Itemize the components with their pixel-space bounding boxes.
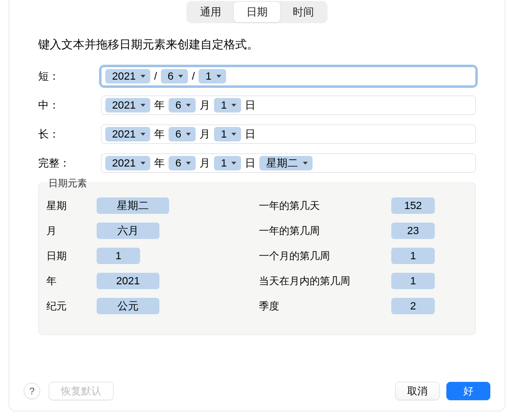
token-month[interactable]: 6	[169, 127, 196, 141]
tab-general[interactable]: 通用	[187, 2, 234, 22]
chip-quarter[interactable]: 2	[391, 298, 435, 314]
date-elements-title: 日期元素	[48, 177, 87, 190]
field-long[interactable]: 2021 年 6 月 1 日	[101, 125, 476, 144]
chevron-down-icon	[186, 104, 191, 107]
chip-date[interactable]: 1	[97, 248, 140, 264]
tab-bar: 通用 日期 时间	[24, 1, 490, 23]
token-year-text: 2021	[112, 70, 136, 83]
suffix-month: 月	[199, 98, 211, 112]
suffix-year: 年	[153, 98, 166, 112]
token-weekday[interactable]: 星期二	[259, 156, 313, 170]
row-medium: 中： 2021 年 6 月 1 日	[38, 96, 476, 115]
elem-label-month: 月	[44, 224, 93, 238]
chevron-down-icon	[231, 104, 236, 107]
token-month-text: 6	[168, 70, 173, 83]
row-long: 长： 2021 年 6 月 1 日	[38, 125, 476, 144]
chip-dow-in-month[interactable]: 1	[391, 273, 435, 289]
field-full[interactable]: 2021 年 6 月 1 日 星期二	[101, 154, 476, 173]
label-short: 短：	[38, 69, 101, 84]
label-medium: 中：	[38, 98, 101, 112]
suffix-month: 月	[199, 127, 211, 141]
token-day-text: 1	[205, 70, 211, 83]
token-year-text: 2021	[112, 128, 136, 140]
field-medium[interactable]: 2021 年 6 月 1 日	[101, 96, 476, 115]
token-day-text: 1	[221, 99, 227, 112]
row-short: 短： 2021 / 6 / 1	[38, 67, 476, 86]
elem-label-era: 纪元	[44, 299, 93, 313]
elements-col-left: 星期 星期二 月 六月 日期 1 年 2021 纪元 公元	[44, 192, 257, 323]
tab-segment: 通用 日期 时间	[186, 1, 328, 23]
token-year[interactable]: 2021	[105, 127, 150, 141]
chevron-down-icon	[231, 133, 236, 136]
chevron-down-icon	[231, 162, 236, 165]
chevron-down-icon	[141, 75, 145, 78]
chevron-down-icon	[141, 133, 145, 136]
chevron-down-icon	[178, 75, 183, 78]
elem-label-dow-in-month: 当天在月内的第几周	[257, 274, 387, 288]
token-month-text: 6	[175, 157, 181, 169]
ok-button[interactable]: 好	[446, 382, 490, 400]
token-month-text: 6	[175, 99, 181, 112]
token-day[interactable]: 1	[214, 127, 241, 141]
help-button[interactable]: ?	[24, 383, 40, 399]
elements-col-right: 一年的第几天 152 一年的第几周 23 一个月的第几周 1 当天在月内的第几周…	[257, 192, 470, 323]
chip-weekday[interactable]: 星期二	[97, 197, 169, 214]
token-year[interactable]: 2021	[105, 98, 150, 112]
tab-time[interactable]: 时间	[280, 2, 327, 22]
chevron-down-icon	[141, 162, 145, 165]
suffix-month: 月	[199, 156, 211, 170]
token-month[interactable]: 6	[169, 156, 196, 170]
token-month[interactable]: 6	[161, 69, 188, 84]
date-format-dialog: 通用 日期 时间 键入文本并拖移日期元素来创建自定格式。 短： 2021 / 6…	[9, 0, 505, 411]
token-year-text: 2021	[112, 99, 136, 112]
token-weekday-text: 星期二	[266, 156, 298, 170]
token-year[interactable]: 2021	[105, 156, 150, 170]
token-year-text: 2021	[112, 157, 136, 169]
chevron-down-icon	[186, 162, 191, 165]
separator-slash: /	[191, 70, 196, 83]
label-long: 长：	[38, 127, 101, 141]
token-day-text: 1	[221, 157, 227, 169]
cancel-button[interactable]: 取消	[395, 382, 440, 400]
chip-year[interactable]: 2021	[97, 273, 159, 289]
chip-era[interactable]: 公元	[97, 298, 159, 314]
chevron-down-icon	[186, 133, 191, 136]
chip-month[interactable]: 六月	[97, 223, 159, 239]
elem-label-weekday: 星期	[44, 199, 93, 212]
elem-label-woy: 一年的第几周	[257, 224, 387, 238]
tab-date[interactable]: 日期	[234, 2, 280, 22]
elem-label-wom: 一个月的第几周	[257, 249, 387, 263]
chip-wom[interactable]: 1	[391, 248, 435, 264]
elem-label-doy: 一年的第几天	[257, 199, 387, 212]
format-rows: 短： 2021 / 6 / 1 中： 2021 年 6 月 1 日 长：	[38, 67, 476, 173]
chip-doy[interactable]: 152	[391, 197, 435, 214]
token-day[interactable]: 1	[199, 69, 226, 84]
chevron-down-icon	[303, 162, 308, 165]
token-day-text: 1	[221, 128, 227, 140]
separator-slash: /	[153, 70, 158, 83]
instruction-text: 键入文本并拖移日期元素来创建自定格式。	[38, 37, 476, 52]
suffix-year: 年	[153, 127, 166, 141]
elem-label-date: 日期	[44, 249, 93, 263]
date-elements-panel: 日期元素 星期 星期二 月 六月 日期 1 年 2021	[38, 182, 476, 335]
row-full: 完整： 2021 年 6 月 1 日 星期二	[38, 154, 476, 173]
token-year[interactable]: 2021	[105, 69, 150, 84]
suffix-day: 日	[244, 127, 257, 141]
elem-label-year: 年	[44, 274, 93, 288]
token-month[interactable]: 6	[169, 98, 196, 112]
suffix-day: 日	[244, 156, 257, 170]
dialog-footer: ? 恢复默认 取消 好	[24, 382, 490, 400]
token-day[interactable]: 1	[214, 156, 241, 170]
chip-woy[interactable]: 23	[391, 223, 435, 239]
token-day[interactable]: 1	[214, 98, 241, 112]
token-month-text: 6	[175, 128, 181, 140]
suffix-year: 年	[153, 156, 166, 170]
restore-defaults-button[interactable]: 恢复默认	[49, 382, 114, 400]
field-short[interactable]: 2021 / 6 / 1	[101, 67, 476, 86]
label-full: 完整：	[38, 156, 101, 170]
chevron-down-icon	[141, 104, 145, 107]
chevron-down-icon	[216, 75, 221, 78]
suffix-day: 日	[244, 98, 257, 112]
elem-label-quarter: 季度	[257, 299, 387, 313]
